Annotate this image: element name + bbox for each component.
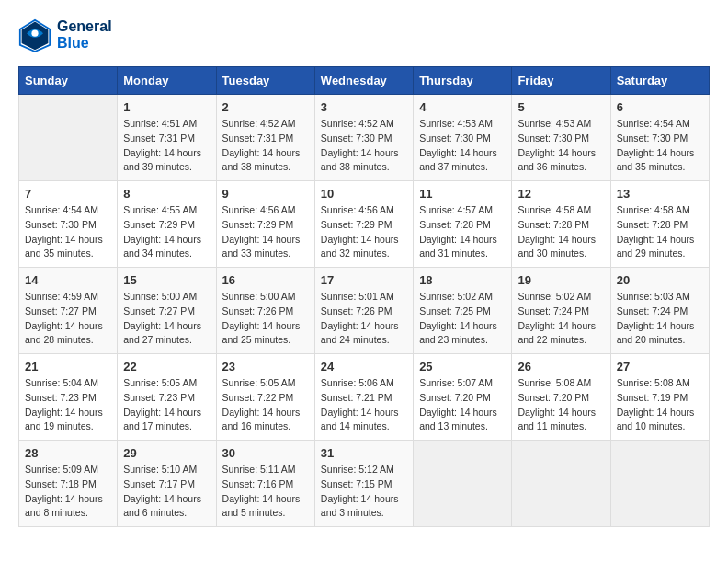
day-number: 31: [321, 446, 407, 460]
day-info: Sunrise: 4:54 AM Sunset: 7:30 PM Dayligh…: [25, 203, 111, 261]
day-info: Sunrise: 4:58 AM Sunset: 7:28 PM Dayligh…: [617, 203, 703, 261]
logo-icon: [18, 18, 51, 52]
calendar-cell: [19, 95, 118, 181]
week-row-3: 14 Sunrise: 4:59 AM Sunset: 7:27 PM Dayl…: [19, 268, 710, 354]
day-info: Sunrise: 5:12 AM Sunset: 7:15 PM Dayligh…: [321, 463, 407, 521]
day-info: Sunrise: 5:07 AM Sunset: 7:20 PM Dayligh…: [419, 376, 506, 434]
day-info: Sunrise: 5:02 AM Sunset: 7:24 PM Dayligh…: [518, 290, 604, 348]
day-info: Sunrise: 5:06 AM Sunset: 7:21 PM Dayligh…: [321, 376, 407, 434]
calendar-table: SundayMondayTuesdayWednesdayThursdayFrid…: [18, 66, 710, 527]
day-info: Sunrise: 5:05 AM Sunset: 7:22 PM Dayligh…: [222, 376, 309, 434]
day-number: 13: [617, 187, 703, 201]
day-number: 20: [617, 273, 703, 287]
calendar-cell: 16 Sunrise: 5:00 AM Sunset: 7:26 PM Dayl…: [216, 268, 314, 354]
calendar-cell: 4 Sunrise: 4:53 AM Sunset: 7:30 PM Dayli…: [414, 95, 512, 181]
calendar-cell: 21 Sunrise: 5:04 AM Sunset: 7:23 PM Dayl…: [19, 354, 118, 441]
day-info: Sunrise: 5:05 AM Sunset: 7:23 PM Dayligh…: [123, 376, 210, 434]
day-info: Sunrise: 5:01 AM Sunset: 7:26 PM Dayligh…: [321, 290, 407, 348]
weekday-header-row: SundayMondayTuesdayWednesdayThursdayFrid…: [19, 67, 710, 95]
day-number: 17: [321, 273, 407, 287]
weekday-header-wednesday: Wednesday: [314, 67, 413, 95]
day-info: Sunrise: 4:58 AM Sunset: 7:28 PM Dayligh…: [518, 203, 604, 261]
day-info: Sunrise: 5:04 AM Sunset: 7:23 PM Dayligh…: [25, 376, 111, 434]
day-number: 24: [321, 360, 407, 373]
day-info: Sunrise: 5:03 AM Sunset: 7:24 PM Dayligh…: [617, 290, 703, 348]
day-number: 3: [321, 100, 407, 114]
calendar-cell: 1 Sunrise: 4:51 AM Sunset: 7:31 PM Dayli…: [118, 95, 216, 181]
weekday-header-thursday: Thursday: [414, 67, 512, 95]
day-number: 9: [222, 187, 309, 201]
day-number: 29: [123, 446, 210, 460]
weekday-header-sunday: Sunday: [19, 67, 118, 95]
day-number: 1: [123, 100, 210, 114]
day-info: Sunrise: 5:09 AM Sunset: 7:18 PM Dayligh…: [25, 463, 111, 521]
calendar-cell: 25 Sunrise: 5:07 AM Sunset: 7:20 PM Dayl…: [414, 354, 512, 441]
weekday-header-friday: Friday: [512, 67, 610, 95]
day-number: 16: [222, 273, 309, 287]
day-number: 28: [25, 446, 111, 460]
day-number: 25: [419, 360, 506, 373]
day-info: Sunrise: 5:02 AM Sunset: 7:25 PM Dayligh…: [419, 290, 506, 348]
day-number: 12: [518, 187, 604, 201]
day-info: Sunrise: 4:53 AM Sunset: 7:30 PM Dayligh…: [518, 117, 604, 175]
week-row-2: 7 Sunrise: 4:54 AM Sunset: 7:30 PM Dayli…: [19, 181, 710, 268]
day-info: Sunrise: 5:00 AM Sunset: 7:27 PM Dayligh…: [123, 290, 210, 348]
logo-text: General Blue: [57, 18, 112, 52]
svg-point-2: [31, 30, 38, 37]
calendar-cell: 6 Sunrise: 4:54 AM Sunset: 7:30 PM Dayli…: [610, 95, 709, 181]
calendar-cell: 11 Sunrise: 4:57 AM Sunset: 7:28 PM Dayl…: [414, 181, 512, 268]
calendar-cell: 27 Sunrise: 5:08 AM Sunset: 7:19 PM Dayl…: [610, 354, 709, 441]
day-info: Sunrise: 4:54 AM Sunset: 7:30 PM Dayligh…: [617, 117, 703, 175]
calendar-cell: 9 Sunrise: 4:56 AM Sunset: 7:29 PM Dayli…: [216, 181, 314, 268]
day-info: Sunrise: 4:52 AM Sunset: 7:31 PM Dayligh…: [222, 117, 309, 175]
day-info: Sunrise: 5:08 AM Sunset: 7:20 PM Dayligh…: [518, 376, 604, 434]
calendar-cell: 24 Sunrise: 5:06 AM Sunset: 7:21 PM Dayl…: [314, 354, 413, 441]
calendar-cell: 29 Sunrise: 5:10 AM Sunset: 7:17 PM Dayl…: [118, 441, 216, 527]
day-info: Sunrise: 4:56 AM Sunset: 7:29 PM Dayligh…: [321, 203, 407, 261]
calendar-cell: [610, 441, 709, 527]
week-row-1: 1 Sunrise: 4:51 AM Sunset: 7:31 PM Dayli…: [19, 95, 710, 181]
calendar-cell: [414, 441, 512, 527]
day-number: 23: [222, 360, 309, 373]
day-number: 14: [25, 273, 111, 287]
day-number: 19: [518, 273, 604, 287]
day-info: Sunrise: 4:52 AM Sunset: 7:30 PM Dayligh…: [321, 117, 407, 175]
calendar-cell: 31 Sunrise: 5:12 AM Sunset: 7:15 PM Dayl…: [314, 441, 413, 527]
calendar-cell: 28 Sunrise: 5:09 AM Sunset: 7:18 PM Dayl…: [19, 441, 118, 527]
day-number: 7: [25, 187, 111, 201]
day-info: Sunrise: 4:55 AM Sunset: 7:29 PM Dayligh…: [123, 203, 210, 261]
week-row-5: 28 Sunrise: 5:09 AM Sunset: 7:18 PM Dayl…: [19, 441, 710, 527]
calendar-cell: 15 Sunrise: 5:00 AM Sunset: 7:27 PM Dayl…: [118, 268, 216, 354]
calendar-cell: 13 Sunrise: 4:58 AM Sunset: 7:28 PM Dayl…: [610, 181, 709, 268]
day-number: 10: [321, 187, 407, 201]
calendar-cell: 17 Sunrise: 5:01 AM Sunset: 7:26 PM Dayl…: [314, 268, 413, 354]
day-info: Sunrise: 4:53 AM Sunset: 7:30 PM Dayligh…: [419, 117, 506, 175]
calendar-cell: 10 Sunrise: 4:56 AM Sunset: 7:29 PM Dayl…: [314, 181, 413, 268]
day-number: 5: [518, 100, 604, 114]
day-info: Sunrise: 4:51 AM Sunset: 7:31 PM Dayligh…: [123, 117, 210, 175]
day-info: Sunrise: 5:00 AM Sunset: 7:26 PM Dayligh…: [222, 290, 309, 348]
calendar-cell: 23 Sunrise: 5:05 AM Sunset: 7:22 PM Dayl…: [216, 354, 314, 441]
day-number: 22: [123, 360, 210, 373]
calendar-cell: 22 Sunrise: 5:05 AM Sunset: 7:23 PM Dayl…: [118, 354, 216, 441]
weekday-header-monday: Monday: [118, 67, 216, 95]
calendar-cell: 19 Sunrise: 5:02 AM Sunset: 7:24 PM Dayl…: [512, 268, 610, 354]
calendar-cell: 18 Sunrise: 5:02 AM Sunset: 7:25 PM Dayl…: [414, 268, 512, 354]
day-info: Sunrise: 5:10 AM Sunset: 7:17 PM Dayligh…: [123, 463, 210, 521]
week-row-4: 21 Sunrise: 5:04 AM Sunset: 7:23 PM Dayl…: [19, 354, 710, 441]
day-number: 27: [617, 360, 703, 373]
day-number: 15: [123, 273, 210, 287]
logo: General Blue: [18, 18, 112, 52]
page-header: General Blue: [18, 18, 710, 52]
calendar-cell: 12 Sunrise: 4:58 AM Sunset: 7:28 PM Dayl…: [512, 181, 610, 268]
calendar-cell: 7 Sunrise: 4:54 AM Sunset: 7:30 PM Dayli…: [19, 181, 118, 268]
calendar-cell: [512, 441, 610, 527]
day-info: Sunrise: 4:56 AM Sunset: 7:29 PM Dayligh…: [222, 203, 309, 261]
day-number: 2: [222, 100, 309, 114]
day-info: Sunrise: 5:11 AM Sunset: 7:16 PM Dayligh…: [222, 463, 309, 521]
calendar-cell: 5 Sunrise: 4:53 AM Sunset: 7:30 PM Dayli…: [512, 95, 610, 181]
day-number: 26: [518, 360, 604, 373]
calendar-cell: 14 Sunrise: 4:59 AM Sunset: 7:27 PM Dayl…: [19, 268, 118, 354]
weekday-header-saturday: Saturday: [610, 67, 709, 95]
day-number: 4: [419, 100, 506, 114]
